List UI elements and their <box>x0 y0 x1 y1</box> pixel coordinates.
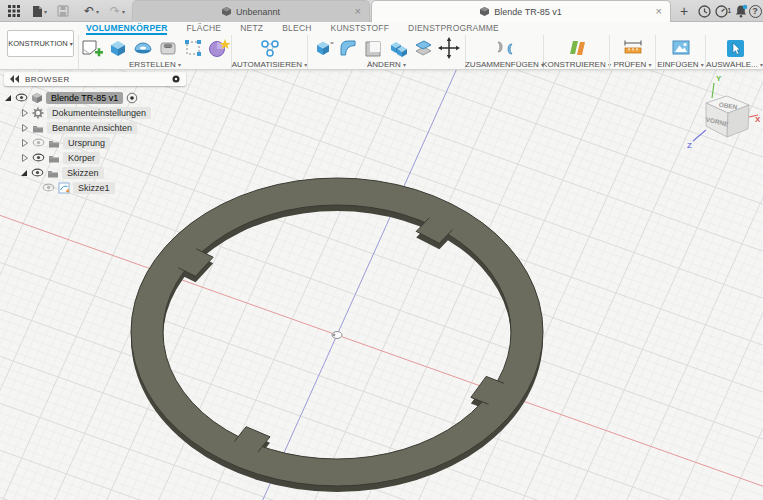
origin-marker[interactable] <box>332 332 342 339</box>
folder-icon <box>47 168 59 178</box>
folder-icon <box>32 123 44 133</box>
hole-icon[interactable] <box>157 36 179 60</box>
group-einfuegen: EINFÜGEN ▾ <box>655 35 705 69</box>
job-status-icon[interactable] <box>696 3 712 19</box>
save-icon[interactable] <box>56 4 70 18</box>
tree-label[interactable]: Skizzen <box>62 167 104 179</box>
browser-panel: BROWSER Blende TR-85 v1 Dokumenteinstell… <box>4 72 186 195</box>
tree-row-benannte-ansichten[interactable]: Benannte Ansichten <box>4 120 186 135</box>
tab-volumenkoerper[interactable]: VOLUMENKÖRPER <box>86 23 167 35</box>
tree-row-skizze1[interactable]: Skizze1 <box>4 180 186 195</box>
close-tab-icon[interactable]: × <box>355 5 361 18</box>
group-label-einfuegen[interactable]: EINFÜGEN ▾ <box>657 60 704 69</box>
expander-closed-icon[interactable] <box>20 138 29 148</box>
visibility-eye-icon[interactable] <box>15 93 28 102</box>
tree-row-ursprung[interactable]: Ursprung <box>4 135 186 150</box>
new-tab-plus-icon[interactable]: + <box>676 3 692 19</box>
tree-label[interactable]: Körper <box>63 152 100 164</box>
group-zusammenfuegen: ZUSAMMENFÜGEN ▾ <box>465 35 543 69</box>
group-aendern: ÄNDERN ▾ <box>307 35 465 69</box>
expander-open-icon[interactable] <box>4 94 12 102</box>
fusion360-window: ▾ ↶ ▾ ↷ ▾ Unbenannt × Blende TR-85 v1 × … <box>0 0 763 500</box>
tree-label[interactable]: Benannte Ansichten <box>47 122 137 134</box>
app-menu-grid-icon[interactable] <box>7 4 21 18</box>
tab-dienstprogramme[interactable]: DIENSTPROGRAMME <box>408 23 499 35</box>
close-tab-icon[interactable]: × <box>656 5 662 18</box>
browser-display-settings-icon[interactable] <box>172 75 180 83</box>
file-menu-caret-icon[interactable]: ▾ <box>44 8 47 15</box>
offset-face-icon[interactable] <box>412 36 434 60</box>
select-cursor-icon[interactable] <box>723 36 747 60</box>
tab-netz[interactable]: NETZ <box>240 23 263 35</box>
redo-caret-icon[interactable]: ▾ <box>122 8 125 15</box>
viewcube-axis-y-label: Y <box>716 74 722 83</box>
create-sketch-icon[interactable] <box>79 36 104 60</box>
file-menu-icon[interactable] <box>30 4 44 18</box>
viewcube[interactable]: OBENVORNEYXZ <box>687 74 761 150</box>
tree-row-root[interactable]: Blende TR-85 v1 <box>4 90 186 105</box>
tab-kunststoff[interactable]: KUNSTSTOFF <box>331 23 390 35</box>
combine-icon[interactable] <box>387 36 409 60</box>
form-icon[interactable] <box>207 36 231 60</box>
folder-icon <box>48 153 60 163</box>
collapse-panel-icon[interactable] <box>10 75 19 83</box>
browser-header: BROWSER <box>4 72 186 86</box>
revolve-icon[interactable] <box>132 36 154 60</box>
expander-open-icon[interactable] <box>20 169 28 177</box>
group-label-auswaehlen[interactable]: AUSWÄHLE... ▾ <box>706 60 763 69</box>
undo-icon[interactable]: ↶ <box>82 4 96 18</box>
extrude-icon[interactable] <box>107 36 129 60</box>
visibility-eye-icon-off[interactable] <box>32 138 45 147</box>
expander-closed-icon[interactable] <box>20 123 29 133</box>
konstruktion-button[interactable]: KONSTRUKTION ▾ <box>7 30 74 57</box>
tab-title: Unbenannt <box>236 7 280 17</box>
activate-component-radio[interactable] <box>126 92 138 104</box>
construct-plane-icon[interactable] <box>565 36 589 60</box>
group-label-automatisieren[interactable]: AUTOMATISIEREN ▾ <box>232 60 308 69</box>
group-label-zusammenfuegen[interactable]: ZUSAMMENFÜGEN ▾ <box>465 60 544 69</box>
tree-label[interactable]: Ursprung <box>63 137 110 149</box>
tree-row-dokumenteinstellungen[interactable]: Dokumenteinstellungen <box>4 105 186 120</box>
visibility-eye-icon-off[interactable] <box>42 183 55 192</box>
pattern-icon[interactable] <box>182 36 204 60</box>
group-label-pruefen[interactable]: PRÜFEN ▾ <box>613 60 651 69</box>
browser-title: BROWSER <box>25 75 166 84</box>
tab-flaeche[interactable]: FLÄCHE <box>186 23 221 35</box>
notification-count: 1 <box>727 6 731 15</box>
konstruktion-label: KONSTRUKTION <box>8 39 68 48</box>
document-tab-unbenannt[interactable]: Unbenannt × <box>132 0 370 22</box>
viewport-canvas[interactable]: OBENVORNEYXZ BROWSER Blende TR-85 v1 <box>0 70 763 500</box>
sketch-icon <box>58 182 70 194</box>
undo-caret-icon[interactable]: ▾ <box>96 8 99 15</box>
press-pull-icon[interactable] <box>312 36 334 60</box>
ribbon-groups: ERSTELLEN ▾ AUTOMATISIEREN ▾ ÄNDERN ▾ <box>78 35 763 69</box>
automate-nodes-icon[interactable] <box>258 36 282 60</box>
expander-closed-icon[interactable] <box>20 153 29 163</box>
visibility-eye-icon[interactable] <box>31 168 44 177</box>
tab-blech[interactable]: BLECH <box>282 23 311 35</box>
bell-icon[interactable] <box>733 3 749 19</box>
tree-row-koerper[interactable]: Körper <box>4 150 186 165</box>
fillet-icon[interactable] <box>337 36 359 60</box>
group-label-erstellen[interactable]: ERSTELLEN ▾ <box>129 60 181 69</box>
help-icon[interactable]: ? <box>748 3 762 19</box>
tree-row-skizzen[interactable]: Skizzen <box>4 165 186 180</box>
visibility-eye-icon[interactable] <box>32 153 45 162</box>
move-icon[interactable] <box>437 36 461 60</box>
shell-icon[interactable] <box>362 36 384 60</box>
insert-image-icon[interactable] <box>669 36 693 60</box>
document-tab-blende[interactable]: Blende TR-85 v1 × <box>371 0 671 22</box>
group-label-konstruieren[interactable]: KONSTRUIEREN ▾ <box>542 60 611 69</box>
group-label-aendern[interactable]: ÄNDERN ▾ <box>367 60 406 69</box>
redo-icon[interactable]: ↷ <box>108 4 122 18</box>
expander-closed-icon[interactable] <box>20 108 29 118</box>
tree-label[interactable]: Blende TR-85 v1 <box>46 92 123 104</box>
tab-title: Blende TR-85 v1 <box>494 7 561 17</box>
component-icon <box>31 92 43 104</box>
measure-icon[interactable] <box>621 36 645 60</box>
joint-icon[interactable] <box>493 36 517 60</box>
tree-label[interactable]: Dokumenteinstellungen <box>47 107 151 119</box>
ribbon-tab-row: VOLUMENKÖRPER FLÄCHE NETZ BLECH KUNSTSTO… <box>86 23 499 35</box>
tree-label[interactable]: Skizze1 <box>73 182 115 194</box>
viewcube-axis-z-label: Z <box>687 141 692 150</box>
